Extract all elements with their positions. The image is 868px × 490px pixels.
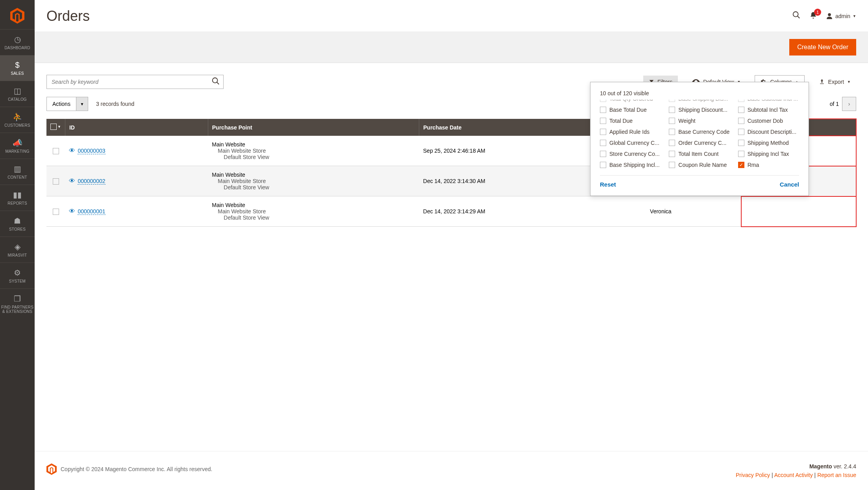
search-submit-icon[interactable] (211, 77, 220, 87)
row-checkbox[interactable] (53, 209, 59, 215)
nav-stores[interactable]: ☗STORES (0, 211, 35, 237)
th-purchase-point[interactable]: Purchase Point (208, 119, 419, 136)
controls: Filters Default View ▼ Columns ▲ Export … (35, 63, 868, 111)
column-option[interactable]: Discount Descripti... (738, 129, 799, 135)
nav-catalog[interactable]: ◫CATALOG (0, 81, 35, 107)
checkbox-icon (600, 162, 606, 168)
checkbox-icon (669, 140, 675, 146)
column-option-label: Customer Dob (748, 118, 783, 124)
column-option[interactable]: Coupon Rule Name (669, 162, 730, 168)
cell-bill-to: Veronica (646, 196, 741, 227)
column-option[interactable]: Base Shipping Dis... (669, 100, 730, 102)
column-option[interactable]: Applied Rule Ids (600, 129, 661, 135)
partners-icon: ❒ (0, 294, 35, 303)
column-option-label: Total Due (609, 118, 633, 124)
box-icon: ◫ (0, 86, 35, 96)
table-row: 👁000000001 Main WebsiteMain Website Stor… (46, 196, 856, 227)
column-option[interactable]: Global Currency C... (600, 140, 661, 146)
checkbox-icon (738, 151, 744, 157)
notifications-icon[interactable]: 1 (809, 11, 817, 22)
nav-content[interactable]: ▥CONTENT (0, 159, 35, 185)
column-option[interactable]: Base Total Due (600, 107, 661, 113)
column-option-label: Global Currency C... (609, 140, 659, 146)
column-option[interactable]: ✓Rma (738, 162, 799, 168)
privacy-policy-link[interactable]: Privacy Policy (736, 472, 770, 478)
export-button[interactable]: Export ▼ (813, 76, 856, 88)
svg-point-0 (793, 12, 798, 17)
view-icon[interactable]: 👁 (69, 208, 75, 214)
nav-mirasvit[interactable]: ◈MIRASVIT (0, 237, 35, 263)
sidebar: ◷DASHBOARD $SALES ◫CATALOG ⛹CUSTOMERS 📣M… (0, 0, 35, 490)
svg-line-3 (217, 82, 219, 84)
column-option[interactable]: Total Due (600, 118, 661, 124)
column-option[interactable]: Shipping Incl Tax (738, 151, 799, 157)
view-icon[interactable]: 👁 (69, 147, 75, 154)
search-input[interactable] (52, 79, 211, 85)
nav-marketing[interactable]: 📣MARKETING (0, 133, 35, 159)
columns-status: 10 out of 120 visible (600, 90, 799, 96)
columns-panel: 10 out of 120 visible Total Qty OrderedB… (590, 82, 809, 196)
row-checkbox[interactable] (53, 178, 59, 185)
cell-purchase-point: Main WebsiteMain Website StoreDefault St… (208, 136, 419, 166)
store-icon: ☗ (0, 216, 35, 226)
create-order-button[interactable]: Create New Order (789, 39, 856, 55)
cell-id: 👁000000003 (65, 136, 208, 166)
order-link[interactable]: 000000003 (78, 148, 105, 154)
column-option-label: Total Qty Ordered (609, 100, 653, 102)
th-select-all[interactable]: ▼ (46, 119, 65, 136)
magento-logo[interactable] (9, 8, 25, 24)
checkbox-icon (669, 162, 675, 168)
view-icon[interactable]: 👁 (69, 178, 75, 184)
svg-point-2 (213, 78, 218, 83)
checkbox-icon (738, 118, 744, 124)
copyright: Copyright © 2024 Magento Commerce Inc. A… (61, 466, 212, 472)
column-option[interactable]: Order Currency C... (669, 140, 730, 146)
search-icon[interactable] (792, 11, 801, 22)
person-icon: ⛹ (0, 112, 35, 122)
main: Orders 1 admin ▼ Create New Order (35, 0, 868, 490)
footer: Copyright © 2024 Magento Commerce Inc. A… (35, 451, 868, 490)
nav-sales[interactable]: $SALES (0, 55, 35, 81)
checkbox-icon (600, 151, 606, 157)
column-option[interactable]: Total Item Count (669, 151, 730, 157)
user-menu[interactable]: admin ▼ (826, 13, 856, 20)
column-option[interactable]: Base Shipping Incl... (600, 162, 661, 168)
order-link[interactable]: 000000002 (78, 178, 105, 185)
cell-purchase-point: Main WebsiteMain Website StoreDefault St… (208, 196, 419, 227)
column-option[interactable]: Customer Dob (738, 118, 799, 124)
nav-system[interactable]: ⚙SYSTEM (0, 263, 35, 288)
bars-icon: ▮▮ (0, 190, 35, 200)
th-id[interactable]: ID (65, 119, 208, 136)
columns-reset[interactable]: Reset (600, 181, 616, 188)
actions-select[interactable]: Actions ▼ (46, 97, 88, 111)
column-option-label: Total Item Count (678, 151, 718, 157)
checkbox-icon (669, 118, 675, 124)
pager: of 1 › (830, 97, 856, 111)
column-option[interactable]: Total Qty Ordered (600, 100, 661, 102)
column-option-label: Subtotal Incl Tax (748, 107, 788, 113)
nav-customers[interactable]: ⛹CUSTOMERS (0, 107, 35, 133)
page-title: Orders (46, 8, 90, 24)
column-option[interactable]: Store Currency Co... (600, 151, 661, 157)
notifications-count: 1 (814, 9, 821, 16)
checkbox-icon: ✓ (738, 162, 744, 168)
column-option[interactable]: Base Currency Code (669, 129, 730, 135)
column-option[interactable]: Subtotal Incl Tax (738, 107, 799, 113)
megaphone-icon: 📣 (0, 138, 35, 148)
nav-partners[interactable]: ❒FIND PARTNERS & EXTENSIONS (0, 288, 35, 319)
report-issue-link[interactable]: Report an Issue (817, 472, 856, 478)
pager-next[interactable]: › (842, 97, 856, 111)
account-activity-link[interactable]: Account Activity (774, 472, 813, 478)
row-checkbox[interactable] (53, 148, 59, 154)
cell-date: Dec 14, 2022 3:14:29 AM (419, 196, 646, 227)
nav-reports[interactable]: ▮▮REPORTS (0, 185, 35, 211)
column-option[interactable]: Weight (669, 118, 730, 124)
column-option[interactable]: Shipping Method (738, 140, 799, 146)
columns-cancel[interactable]: Cancel (780, 181, 799, 188)
column-option[interactable]: Base Subtotal Incl ... (738, 100, 799, 102)
magento-logo-small (46, 463, 57, 475)
nav-dashboard[interactable]: ◷DASHBOARD (0, 29, 35, 55)
cell-id: 👁000000002 (65, 166, 208, 196)
order-link[interactable]: 000000001 (78, 208, 105, 215)
column-option[interactable]: Shipping Discount... (669, 107, 730, 113)
